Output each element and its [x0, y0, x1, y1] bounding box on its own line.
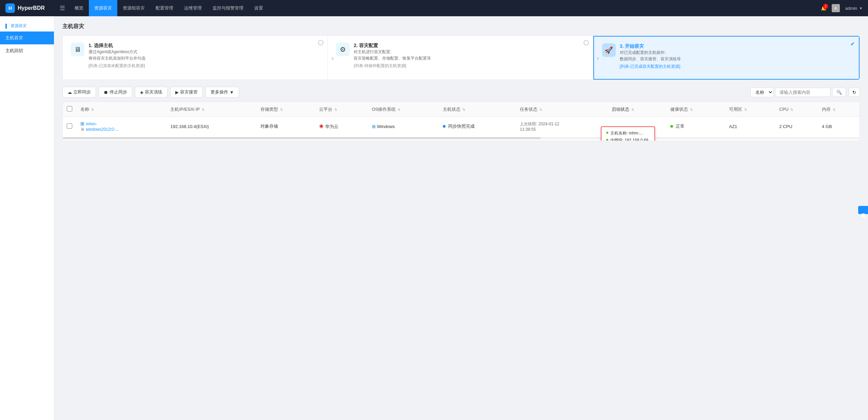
user-avatar[interactable]: A — [832, 4, 840, 12]
top-navigation: H HyperBDR ☰ 概览 资源容灾 资源组容灾 配置管理 运维管理 监控与… — [0, 0, 868, 16]
search-icon: 🔍 — [836, 90, 842, 95]
step-1-arrow: › — [332, 54, 334, 62]
popup-dot-2 — [606, 139, 608, 141]
stop-sync-button[interactable]: ⏹ 停止同步 — [99, 87, 132, 98]
monitor-icon: 🖥 — [80, 127, 84, 132]
admin-info[interactable]: admin ▼ — [845, 6, 863, 11]
th-storage[interactable]: 存储类型 ⇅ — [256, 102, 315, 117]
step-3-link: [列表-已完成容灾配置的主机资源] — [620, 64, 681, 69]
nav-item-overview[interactable]: 概览 — [69, 0, 89, 16]
refresh-button[interactable]: ↻ — [849, 88, 860, 97]
row-task-status: 上次快照: 2024-01-12 11:38:55 — [516, 117, 608, 136]
row-health: 正常 — [666, 117, 725, 136]
th-ip[interactable]: 主机IP/ESXi IP ⇅ — [166, 102, 256, 117]
sort-cloud-icon: ⇅ — [334, 108, 337, 111]
scrollbar-thumb — [63, 137, 541, 139]
th-host-status[interactable]: 主机状态 ⇅ — [439, 102, 516, 117]
stop-sync-icon: ⏹ — [104, 90, 108, 95]
row-name-line1[interactable]: mhm- — [86, 121, 97, 126]
host-status-dot — [443, 125, 446, 128]
sidebar-section-title: ▌ 资源容灾 — [0, 20, 54, 31]
chevron-down-icon: ▼ — [230, 90, 234, 95]
popup-ip: 内网IP: 192.168.0.69 — [610, 138, 648, 141]
sort-storage-icon: ⇅ — [280, 108, 283, 111]
sidebar-item-host-switchback[interactable]: 主机回切 — [0, 44, 54, 57]
table-row: ⊞ mhm- 🖥 windows2012r2-... 192.168.10.4(… — [63, 117, 860, 136]
app-name: HyperBDR — [18, 5, 45, 11]
step-1-card[interactable]: 🖥 1. 选择主机 通过Agent或Agentless方式 将待容灾主机添加到平… — [63, 36, 328, 80]
sort-cpu-icon: ⇅ — [790, 108, 793, 111]
row-storage: 对象存储 — [256, 117, 315, 136]
step-2-link: [列表-待操作配置的主机资源] — [354, 63, 431, 69]
sync-now-button[interactable]: ☁ 立即同步 — [62, 87, 96, 98]
step-1-title: 1. 选择主机 — [88, 43, 145, 49]
th-checkbox — [63, 102, 76, 117]
drill-icon: ◈ — [140, 90, 143, 95]
top-nav-right: 🔔 2 A admin ▼ — [821, 4, 863, 12]
th-os[interactable]: OS操作系统 ⇅ — [368, 102, 439, 117]
th-cpu[interactable]: CPU ⇅ — [775, 102, 818, 117]
popup-dot-1 — [606, 132, 608, 134]
notification-badge: 2 — [823, 4, 828, 9]
row-ip: 192.168.10.4(ESXi) — [166, 117, 256, 136]
step-2-desc: 对主机进行容灾配置: 容灾策略配置、存储配置、恢复平台配置等 — [354, 49, 431, 62]
sort-boot-status-icon: ⇅ — [631, 108, 634, 111]
row-memory: 4 GB — [818, 117, 860, 136]
drill-button[interactable]: ◈ 容灾演练 — [135, 87, 167, 98]
step-3-title: 3. 开始容灾 — [620, 43, 681, 49]
app-logo: H HyperBDR — [5, 3, 53, 13]
row-checkbox[interactable] — [63, 117, 76, 136]
row-host-status: 同步快照完成 — [439, 117, 516, 136]
sidebar-item-host-disaster[interactable]: 主机容灾 — [0, 31, 54, 44]
th-boot-status[interactable]: 启动状态 ⇅ — [608, 102, 666, 117]
step-2-arrow: › — [597, 54, 599, 62]
search-input[interactable] — [776, 88, 830, 97]
th-task-status[interactable]: 任务状态 ⇅ — [516, 102, 608, 117]
logo-icon: H — [5, 3, 15, 13]
nav-item-resource-group[interactable]: 资源组容灾 — [117, 0, 150, 16]
data-table-container: 名称 ⇅ 主机IP/ESXi IP ⇅ 存储类型 ⇅ 云平台 — [62, 102, 860, 141]
row-name: ⊞ mhm- 🖥 windows2012r2-... — [76, 117, 166, 136]
row-name-line2[interactable]: windows2012r2-... — [86, 127, 119, 132]
row-select-checkbox[interactable] — [67, 123, 72, 129]
admin-label: admin — [845, 6, 857, 11]
step-3-check-icon: ✔ — [850, 41, 855, 47]
nav-item-settings[interactable]: 设置 — [249, 0, 269, 16]
nav-item-monitor[interactable]: 监控与报警管理 — [207, 0, 249, 16]
row-cpu: 2 CPU — [775, 117, 818, 136]
step-2-card[interactable]: ⚙ 2. 容灾配置 对主机进行容灾配置: 容灾策略配置、存储配置、恢复平台配置等… — [328, 36, 593, 80]
main-layout: ▌ 资源容灾 主机容灾 主机回切 主机容灾 🖥 1. 选择主机 通过Agen — [0, 16, 868, 420]
nav-item-resource-disaster[interactable]: 资源容灾 — [89, 0, 117, 16]
hamburger-menu[interactable]: ☰ — [60, 4, 65, 12]
search-button[interactable]: 🔍 — [833, 88, 846, 97]
online-chat-button[interactable]: 在线客服 — [858, 206, 868, 214]
page-title: 主机容灾 — [62, 23, 860, 30]
th-health[interactable]: 健康状态 ⇅ — [666, 102, 725, 117]
search-type-select[interactable]: 名称 — [750, 87, 773, 97]
th-cloud[interactable]: 云平台 ⇅ — [315, 102, 368, 117]
th-memory[interactable]: 内存 ⇅ — [818, 102, 860, 117]
main-content: 主机容灾 🖥 1. 选择主机 通过Agent或Agentless方式 将待容灾主… — [54, 16, 868, 420]
step-2-radio — [584, 40, 589, 45]
row-os: ⊞ Windows — [368, 117, 439, 136]
horizontal-scrollbar[interactable] — [63, 137, 860, 139]
select-all-checkbox[interactable] — [67, 106, 72, 111]
th-az[interactable]: 可用区 ⇅ — [725, 102, 775, 117]
nav-item-config[interactable]: 配置管理 — [150, 0, 179, 16]
step-3-card[interactable]: ✔ 🚀 3. 开始容灾 对已完成配置的主机操作: 数据同步、容灾接管、容灾演练等… — [593, 36, 860, 80]
popup-hostname: 主机名称: mhm-... — [610, 130, 643, 136]
step-3-desc: 对已完成配置的主机操作: 数据同步、容灾接管、容灾演练等 — [620, 49, 681, 62]
th-name[interactable]: 名称 ⇅ — [76, 102, 166, 117]
notification-bell[interactable]: 🔔 2 — [821, 6, 826, 11]
row-boot-status[interactable]: 主机名称: mhm-... 内网IP: 192.168.0.69 — [608, 117, 666, 136]
takeover-button[interactable]: ▶ 容灾接管 — [170, 87, 203, 98]
huawei-cloud-icon: ❀ — [319, 123, 325, 129]
more-actions-button[interactable]: 更多操作 ▼ — [205, 87, 239, 98]
nav-item-ops[interactable]: 运维管理 — [179, 0, 207, 16]
step-1-radio — [318, 40, 323, 45]
steps-row: 🖥 1. 选择主机 通过Agent或Agentless方式 将待容灾主机添加到平… — [62, 36, 860, 80]
data-table: 名称 ⇅ 主机IP/ESXi IP ⇅ 存储类型 ⇅ 云平台 — [63, 102, 860, 136]
boot-status-popup: 主机名称: mhm-... 内网IP: 192.168.0.69 — [601, 126, 655, 141]
sort-health-icon: ⇅ — [690, 108, 693, 111]
refresh-icon: ↻ — [852, 90, 856, 95]
